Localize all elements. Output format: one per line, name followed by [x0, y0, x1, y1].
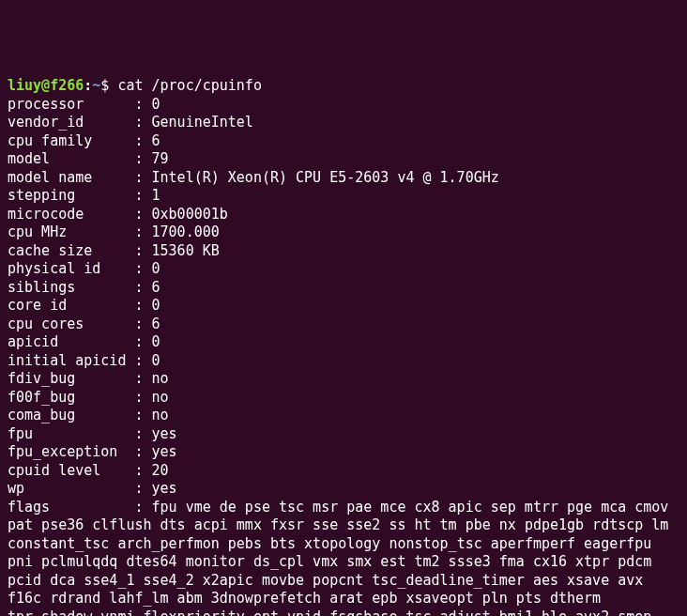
field-separator: : [134, 132, 151, 149]
field-value: 6 [152, 316, 160, 332]
field-row: f00f_bug: no [8, 389, 679, 408]
field-key: initial apicid [8, 352, 134, 371]
field-row: fpu: yes [8, 425, 679, 444]
field-row: coma_bug: no [8, 407, 679, 425]
field-value: 6 [152, 132, 160, 149]
field-separator: : [134, 462, 151, 479]
field-key: core id [8, 297, 134, 316]
field-separator: : [134, 187, 151, 204]
field-key: cpu MHz [8, 223, 134, 242]
field-key: fpu [8, 425, 134, 444]
field-value: no [152, 407, 169, 424]
field-value: 0xb00001b [152, 206, 228, 223]
field-key: stepping [8, 187, 134, 206]
flags-row: flags: fpu vme de pse tsc msr pae mce cx… [8, 499, 679, 617]
field-value: 0 [152, 333, 160, 350]
field-row: apicid: 0 [8, 333, 679, 352]
cpuinfo-fields: processor: 0vendor_id: GenuineIntelcpu f… [8, 96, 679, 499]
field-key: cpu family [8, 132, 134, 151]
field-separator: : [134, 96, 151, 113]
field-key: microcode [8, 206, 134, 224]
field-row: siblings: 6 [8, 279, 679, 298]
field-row: initial apicid: 0 [8, 352, 679, 371]
field-row: model: 79 [8, 150, 679, 169]
prompt-colon: : [84, 77, 92, 94]
field-key: wp [8, 480, 134, 499]
field-separator: : [134, 499, 151, 516]
field-row: cpu MHz: 1700.000 [8, 223, 679, 242]
field-key: coma_bug [8, 407, 134, 425]
field-separator: : [134, 114, 151, 131]
field-key: cpu cores [8, 316, 134, 334]
field-row: microcode: 0xb00001b [8, 206, 679, 224]
field-value: 0 [152, 352, 160, 369]
field-key: fdiv_bug [8, 370, 134, 389]
field-separator: : [134, 223, 151, 240]
field-key: model name [8, 169, 134, 188]
field-key: fpu_exception [8, 443, 134, 462]
field-value: 0 [152, 96, 160, 113]
field-separator: : [134, 260, 151, 277]
field-value: 15360 KB [152, 242, 220, 259]
field-separator: : [134, 370, 151, 387]
field-value: 0 [152, 260, 160, 277]
field-separator: : [134, 352, 151, 369]
prompt-user-host: liuy@f266 [8, 77, 84, 94]
field-separator: : [134, 150, 151, 167]
field-key: apicid [8, 333, 134, 352]
field-separator: : [134, 407, 151, 424]
field-value: yes [152, 443, 177, 460]
field-value: Intel(R) Xeon(R) CPU E5-2603 v4 @ 1.70GH… [152, 169, 499, 186]
field-separator: : [134, 169, 151, 186]
field-value: no [152, 370, 169, 387]
field-value: fpu vme de pse tsc msr pae mce cx8 apic … [8, 499, 668, 617]
field-key: vendor_id [8, 114, 134, 132]
field-row: core id: 0 [8, 297, 679, 316]
field-key: cpuid level [8, 462, 134, 481]
field-value: GenuineIntel [152, 114, 253, 131]
field-separator: : [134, 297, 151, 314]
field-value: no [152, 389, 169, 406]
field-value: 79 [152, 150, 169, 167]
field-row: model name: Intel(R) Xeon(R) CPU E5-2603… [8, 169, 679, 188]
field-row: vendor_id: GenuineIntel [8, 114, 679, 132]
field-separator: : [134, 425, 151, 442]
field-separator: : [134, 389, 151, 406]
field-row: wp: yes [8, 480, 679, 499]
field-row: cpu cores: 6 [8, 316, 679, 334]
field-separator: : [134, 443, 151, 460]
field-key: processor [8, 96, 134, 115]
terminal-output[interactable]: liuy@f266:~$ cat /proc/cpuinfo processor… [8, 77, 679, 616]
field-row: stepping: 1 [8, 187, 679, 206]
field-row: cpuid level: 20 [8, 462, 679, 481]
field-row: processor: 0 [8, 96, 679, 115]
field-separator: : [134, 480, 151, 497]
command-text: cat /proc/cpuinfo [117, 77, 262, 94]
prompt-path: ~ [92, 77, 100, 94]
field-key: cache size [8, 242, 134, 261]
field-value: 20 [152, 462, 169, 479]
field-row: cpu family: 6 [8, 132, 679, 151]
field-value: 0 [152, 297, 160, 314]
field-key: siblings [8, 279, 134, 298]
field-key: physical id [8, 260, 134, 279]
field-key: flags [8, 499, 134, 517]
prompt-dollar: $ [100, 77, 117, 94]
field-separator: : [134, 242, 151, 259]
field-value: yes [152, 425, 177, 442]
field-row: fdiv_bug: no [8, 370, 679, 389]
field-separator: : [134, 206, 151, 223]
field-value: 1700.000 [152, 223, 220, 240]
field-separator: : [134, 333, 151, 350]
field-value: yes [152, 480, 177, 497]
field-value: 1 [152, 187, 160, 204]
field-value: 6 [152, 279, 160, 296]
field-separator: : [134, 316, 151, 332]
field-separator: : [134, 279, 151, 296]
field-row: physical id: 0 [8, 260, 679, 279]
field-row: cache size: 15360 KB [8, 242, 679, 261]
field-key: model [8, 150, 134, 169]
field-key: f00f_bug [8, 389, 134, 408]
field-row: fpu_exception: yes [8, 443, 679, 462]
